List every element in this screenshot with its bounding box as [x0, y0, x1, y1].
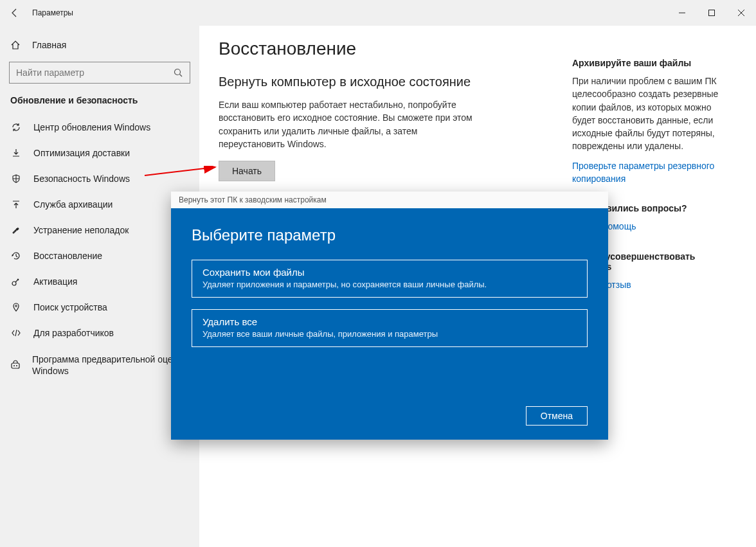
download-icon: [10, 148, 22, 158]
search-icon: [174, 68, 183, 78]
backup-settings-link[interactable]: Проверьте параметры резервного копирован…: [572, 159, 726, 186]
sidebar-item-windows-update[interactable]: Центр обновления Windows: [0, 114, 199, 140]
sidebar-item-label: Восстановление: [33, 251, 102, 261]
dialog-heading: Выберите параметр: [192, 226, 588, 244]
sidebar-home-label: Главная: [32, 40, 66, 50]
svg-point-8: [16, 365, 17, 366]
wrench-icon: [10, 225, 22, 235]
option-title: Сохранить мои файлы: [203, 267, 577, 278]
sidebar-item-label: Поиск устройства: [33, 302, 107, 312]
reset-dialog: Вернуть этот ПК к заводским настройкам В…: [171, 192, 608, 440]
sidebar: Главная Обновление и безопасность Центр …: [0, 26, 199, 547]
shield-icon: [10, 174, 22, 184]
svg-point-5: [15, 305, 17, 307]
sidebar-item-find-my-device[interactable]: Поиск устройства: [0, 294, 199, 320]
svg-point-7: [14, 365, 15, 366]
option-remove-everything[interactable]: Удалить все Удаляет все ваши личные файл…: [192, 309, 588, 347]
sidebar-category: Обновление и безопасность: [0, 95, 199, 114]
dialog-titlebar: Вернуть этот ПК к заводским настройкам: [171, 192, 608, 208]
sync-icon: [10, 122, 22, 132]
minimize-button[interactable]: [667, 0, 697, 26]
sidebar-item-label: Активация: [33, 276, 77, 287]
sidebar-item-label: Центр обновления Windows: [33, 122, 150, 132]
insider-icon: [10, 360, 21, 370]
sidebar-item-label: Оптимизация доставки: [33, 148, 130, 158]
sidebar-item-for-developers[interactable]: Для разработчиков: [0, 320, 199, 346]
home-icon: [10, 40, 21, 50]
option-description: Удаляет приложения и параметры, но сохра…: [203, 280, 577, 289]
sidebar-item-label: Устранение неполадок: [33, 225, 129, 235]
svg-line-3: [180, 74, 183, 76]
option-keep-files[interactable]: Сохранить мои файлы Удаляет приложения и…: [192, 260, 588, 298]
close-button[interactable]: [726, 0, 756, 26]
window-title: Параметры: [30, 8, 73, 17]
location-icon: [10, 302, 22, 312]
sidebar-item-recovery[interactable]: Восстановление: [0, 243, 199, 269]
cancel-button[interactable]: Отмена: [526, 406, 588, 426]
maximize-button[interactable]: [697, 0, 726, 26]
option-description: Удаляет все ваши личные файлы, приложени…: [203, 329, 577, 339]
reset-pc-heading: Вернуть компьютер в исходное состояние: [219, 75, 572, 89]
sidebar-item-troubleshoot[interactable]: Устранение неполадок: [0, 217, 199, 243]
sidebar-item-delivery-optimization[interactable]: Оптимизация доставки: [0, 140, 199, 166]
sidebar-item-label: Служба архивации: [33, 199, 113, 210]
backup-icon: [10, 199, 22, 210]
window-titlebar: Параметры: [0, 0, 756, 26]
sidebar-item-windows-security[interactable]: Безопасность Windows: [0, 166, 199, 192]
sidebar-item-backup[interactable]: Служба архивации: [0, 192, 199, 217]
page-title: Восстановление: [219, 39, 572, 59]
backup-files-text: При наличии проблем с вашим ПК целесообр…: [572, 75, 726, 153]
search-input[interactable]: [16, 67, 174, 78]
search-input-wrapper[interactable]: [9, 62, 190, 84]
svg-rect-1: [709, 10, 715, 16]
key-icon: [10, 276, 22, 287]
reset-pc-description: Если ваш компьютер работает нестабильно,…: [219, 98, 482, 150]
back-button[interactable]: [0, 8, 30, 18]
option-title: Удалить все: [203, 316, 577, 327]
history-icon: [10, 251, 22, 261]
svg-rect-6: [12, 363, 19, 368]
start-button[interactable]: Начать: [219, 161, 275, 181]
sidebar-item-label: Для разработчиков: [33, 328, 114, 338]
sidebar-item-insider-program[interactable]: Программа предварительной оценки Windows: [0, 346, 199, 384]
sidebar-item-label: Безопасность Windows: [33, 174, 130, 184]
developer-icon: [10, 328, 22, 338]
svg-point-2: [175, 69, 181, 75]
sidebar-home[interactable]: Главная: [0, 35, 199, 55]
backup-files-heading: Архивируйте ваши файлы: [572, 58, 726, 68]
sidebar-item-activation[interactable]: Активация: [0, 269, 199, 294]
